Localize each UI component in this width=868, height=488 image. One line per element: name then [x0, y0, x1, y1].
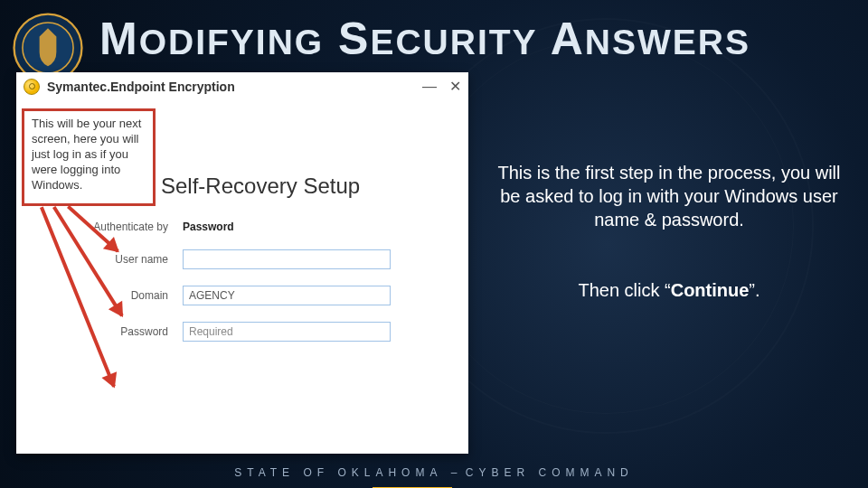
page-title: MODIFYING SECURITY ANSWERS — [99, 13, 859, 65]
encryption-window: Symantec.Endpoint Encryption — ✕ Self-Re… — [16, 72, 468, 454]
window-titlebar: Symantec.Endpoint Encryption — ✕ — [16, 72, 468, 101]
minimize-icon[interactable]: — — [422, 80, 437, 94]
domain-field[interactable] — [183, 286, 391, 305]
password-field[interactable] — [183, 322, 391, 342]
footer-ribbon: STATE OF OKLAHOMA – CYBER COMMAND — [0, 466, 868, 479]
row-username: User name — [74, 249, 447, 269]
row-password: Password — [74, 322, 447, 342]
label-domain: Domain — [74, 289, 183, 302]
app-icon — [24, 79, 40, 95]
username-field[interactable] — [183, 249, 391, 269]
close-icon[interactable]: ✕ — [449, 80, 461, 94]
instruction-text-1: This is the first step in the process, y… — [497, 161, 841, 231]
row-authenticate-by: Authenticate by Password — [74, 221, 447, 233]
app-name: Symantec.Endpoint Encryption — [47, 80, 422, 94]
value-authenticate-by: Password — [183, 221, 234, 233]
setup-heading: Self-Recovery Setup — [161, 174, 447, 199]
row-domain: Domain — [74, 286, 447, 305]
callout-box: This will be your next screen, here you … — [22, 108, 156, 206]
instruction-text-2: Then click “Continue”. — [497, 280, 841, 301]
